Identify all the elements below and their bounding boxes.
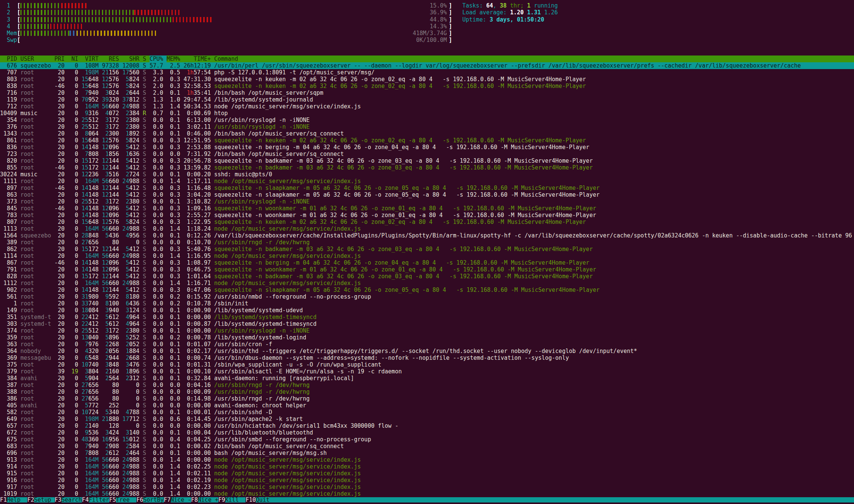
process-row[interactable]: 867root-46014148120965412S0.00.31:08.97s…: [0, 259, 854, 266]
memory-value: 12576: [102, 83, 119, 89]
process-row[interactable]: 862root20015172121445412S0.00.35:40.76sq…: [0, 246, 854, 253]
process-row[interactable]: 374root2002551231722380S0.00.10:00.00/us…: [0, 327, 854, 334]
process-row[interactable]: 1113root200164M5666024988S0.01.41:18.24n…: [0, 225, 854, 232]
process-row[interactable]: 561root2003198095928180S0.00.20:15.92/us…: [0, 293, 854, 300]
process-row[interactable]: 351systemd-t2002241256124964S0.00.10:00.…: [0, 314, 854, 321]
process-row[interactable]: 364nobody200432020561884S0.00.10:02.17/u…: [0, 348, 854, 354]
process-row[interactable]: 1112root200164M5666024988S0.01.41:16.71n…: [0, 280, 854, 287]
fkey-label-nice-[interactable]: Nice -: [171, 497, 191, 502]
process-row[interactable]: 582root2001072453404788S0.00.10:00.01/us…: [0, 409, 854, 416]
column-header-mem[interactable]: MEM%: [167, 55, 180, 62]
process-row[interactable]: 672root200953634243140S0.00.10:00.04/usr…: [0, 429, 854, 436]
meter-label: 3: [7, 16, 10, 23]
fkey-f8[interactable]: F8: [191, 497, 198, 502]
column-header-pid[interactable]: PID: [0, 55, 17, 62]
process-row[interactable]: 897root-46014148121445412S0.00.31:16.48s…: [0, 185, 854, 191]
fkey-f2[interactable]: F2: [27, 497, 34, 502]
process-row[interactable]: 149root2001808439403124S0.00.10:00.90/li…: [0, 307, 854, 314]
fkey-f1[interactable]: F1: [0, 497, 7, 502]
process-row[interactable]: 836root20014148120965412S0.00.32:53.88sq…: [0, 144, 854, 151]
column-header-virt[interactable]: VIRT: [82, 55, 99, 62]
process-row[interactable]: 916root200164M5666024988S0.01.40:02.19no…: [0, 477, 854, 484]
process-row[interactable]: 1564squeezebo2002884854364956S0.00.10:12…: [0, 232, 854, 239]
process-row[interactable]: 405avahi20057722520S0.00.00:00.00avahi-d…: [0, 402, 854, 409]
column-header-ni[interactable]: NI: [68, 55, 78, 62]
process-row[interactable]: 820root20015172121445412S0.00.320:56.78s…: [0, 157, 854, 164]
column-header-shr[interactable]: SHR: [122, 55, 139, 62]
fkey-label-search[interactable]: Search: [62, 497, 82, 502]
fkey-label-setup[interactable]: Setup: [34, 497, 54, 502]
process-row[interactable]: 913root200164M5666024988S0.01.40:00.00no…: [0, 456, 854, 463]
column-header-command[interactable]: Command: [214, 55, 238, 62]
process-row[interactable]: 723root200780818561636S0.00.07:31.92/bin…: [0, 151, 854, 157]
process-row[interactable]: 915root200164M5666024988S0.01.40:02.11no…: [0, 470, 854, 477]
process-row[interactable]: 917root200164M5666024988S0.01.40:02.23no…: [0, 484, 854, 490]
process-row[interactable]: 354root2002551231722380S0.00.16:13.00/us…: [0, 117, 854, 123]
process-row[interactable]: 369messagebu200654829442668S0.00.10:00.7…: [0, 354, 854, 361]
process-row[interactable]: 791root20014148120965412S0.00.30:46.75sq…: [0, 266, 854, 273]
process-row[interactable]: 914root200164M5666024988S0.01.40:02.25no…: [0, 463, 854, 470]
column-header-user[interactable]: USER: [20, 55, 51, 62]
column-header-s[interactable]: S: [143, 55, 146, 62]
process-row[interactable]: 657root20021401280S0.00.00:00.00/usr/bin…: [0, 422, 854, 429]
process-command: node /opt/music_server/msg/service/index…: [214, 477, 361, 484]
process-row[interactable]: 803root20015648125765824S2.00.347:31.30s…: [0, 76, 854, 83]
fkey-label-sortby[interactable]: SortBy: [143, 497, 164, 502]
process-row[interactable]: 119root200709523932037812S1.31.029:47.54…: [0, 96, 854, 103]
process-row[interactable]: 861root20015648125765824S0.00.312:51.95s…: [0, 137, 854, 144]
process-row[interactable]: 863root20014148121445412S0.00.33:04.20sq…: [0, 191, 854, 198]
memory-value: 2584: [122, 443, 139, 450]
memory-value: 0: [122, 402, 139, 409]
column-header-res[interactable]: RES: [102, 55, 119, 62]
process-row[interactable]: 375root2001074038483476S0.00.10:01.31/sb…: [0, 361, 854, 368]
process-row[interactable]: 30224music2001223635162724S0.00.10:00.20…: [0, 171, 854, 178]
process-row[interactable]: 373root2002551231722380S0.00.13:10.82/us…: [0, 198, 854, 205]
column-header-pri[interactable]: PRI: [54, 55, 65, 62]
process-row[interactable]: 838root-46015648125765824S2.00.332:58.53…: [0, 83, 854, 89]
process-row[interactable]: 707root200198M2115617560S3.30.51h57:54ph…: [0, 69, 854, 76]
process-row[interactable]: 1343root200806423001892S0.00.10:46.00/bi…: [0, 130, 854, 137]
process-row[interactable]: 359root2001304058965252S0.00.20:00.78/li…: [0, 334, 854, 341]
column-header-time[interactable]: TIME+: [184, 55, 211, 62]
process-row[interactable]: 388root20027656800S0.00.00:00.09/usr/sbi…: [0, 388, 854, 395]
fkey-label-help[interactable]: Help: [7, 497, 27, 502]
process-row[interactable]: 683root200794029082584S0.00.10:00.02/bin…: [0, 443, 854, 450]
fkey-label-quit[interactable]: Quit: [256, 497, 854, 502]
process-row[interactable]: 807root20015648125765824S0.00.31:22.95sq…: [0, 219, 854, 225]
fkey-f6[interactable]: F6: [136, 497, 143, 502]
process-row[interactable]: 902root20014148121445412S0.00.30:47.06sq…: [0, 287, 854, 293]
fkey-f7[interactable]: F7: [164, 497, 171, 502]
process-row[interactable]: 712root200164M5666024988S1.31.450:34.53n…: [0, 103, 854, 110]
process-row[interactable]: 386root20027656800S0.00.00:14.98/usr/sbi…: [0, 395, 854, 402]
fkey-label-kill[interactable]: Kill: [225, 497, 246, 502]
process-row[interactable]: 828root20015172121445412S0.00.31:01.64sq…: [0, 273, 854, 280]
fkey-f3[interactable]: F3: [55, 497, 62, 502]
process-row[interactable]: 1111root200164M5666024988S0.01.41:17.11n…: [0, 178, 854, 185]
process-row[interactable]: 384avahi200590425642312S0.00.10:32.84ava…: [0, 375, 854, 382]
process-row[interactable]: 10409music200931640722384R0.70.10:00.69h…: [0, 110, 854, 117]
process-row[interactable]: 387root20027656800S0.00.00:04.16/usr/sbi…: [0, 382, 854, 388]
process-row[interactable]: 1114root200164M5666024988S0.01.41:16.95n…: [0, 253, 854, 259]
process-row[interactable]: 649root200198M2188017712S0.00.60:14.45/u…: [0, 416, 854, 422]
process-row[interactable]: 363root200797622682052S0.00.10:01.07/usr…: [0, 341, 854, 348]
process-row[interactable]: 783root20014148120965412S0.00.32:55.27sq…: [0, 212, 854, 219]
fkey-label-tree[interactable]: Tree: [116, 497, 136, 502]
process-row[interactable]: 1root2003374081006436S0.00.20:10.78/sbin…: [0, 300, 854, 307]
fkey-f5[interactable]: F5: [109, 497, 116, 502]
fkey-f4[interactable]: F4: [82, 497, 89, 502]
process-row[interactable]: 696root200780826122464S0.00.10:00.00bash…: [0, 450, 854, 456]
process-row[interactable]: 379root3919380421601896S0.00.10:00.10/us…: [0, 368, 854, 375]
process-row[interactable]: 389root20027656800S0.00.00:10.70/usr/sbi…: [0, 239, 854, 246]
process-row[interactable]: 716root200794030242644S2.00.11h35:41/bin…: [0, 89, 854, 96]
process-row[interactable]: 676squeezebo200108M9732812008S57.72.526h…: [0, 62, 854, 69]
fkey-f9[interactable]: F9: [218, 497, 225, 502]
process-row[interactable]: 303systemd-t2002241256124964S0.00.10:00.…: [0, 321, 854, 327]
process-row[interactable]: 855root-46015172121445412S0.00.313:59.82…: [0, 164, 854, 171]
process-row[interactable]: 376root2002551231722380S0.00.13:02.11/us…: [0, 123, 854, 130]
process-row[interactable]: 675root200483601695615012S0.00.40:04.25/…: [0, 436, 854, 443]
fkey-label-filter[interactable]: Filter: [89, 497, 109, 502]
process-row[interactable]: 845root-46014148120965412S0.00.31:09.16s…: [0, 205, 854, 212]
fkey-f10[interactable]: F10: [246, 497, 256, 502]
fkey-label-nice-[interactable]: Nice +: [198, 497, 218, 502]
column-header-cpu[interactable]: CPU%: [150, 55, 163, 62]
